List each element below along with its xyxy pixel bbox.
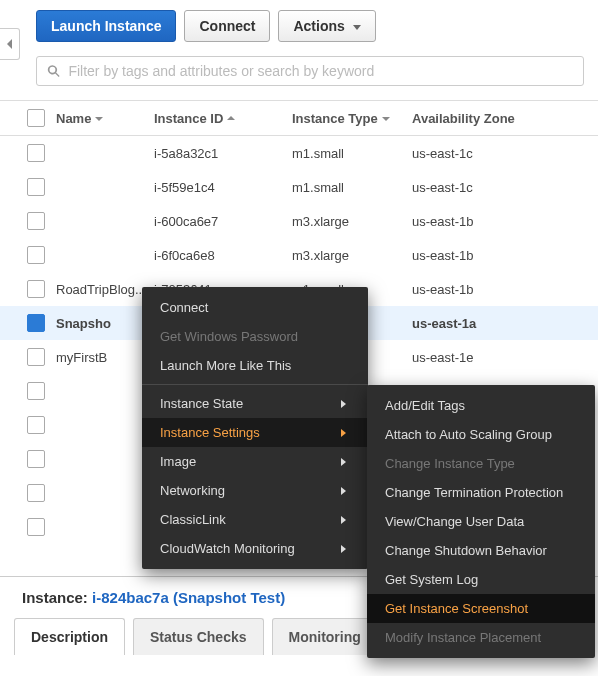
col-instance-id[interactable]: Instance ID [154, 111, 292, 126]
cell-instance-type: m1.small [292, 180, 412, 195]
select-all-checkbox[interactable] [27, 109, 45, 127]
chevron-right-icon [341, 487, 346, 495]
cell-name: RoadTripBlog... [56, 282, 154, 297]
cell-availability-zone: us-east-1c [412, 180, 542, 195]
collapse-sidebar-handle[interactable] [0, 28, 20, 60]
table-row[interactable]: i-6f0ca6e8m3.xlargeus-east-1b [0, 238, 598, 272]
cell-instance-type: m3.xlarge [292, 214, 412, 229]
instance-settings-submenu: Add/Edit Tags Attach to Auto Scaling Gro… [367, 385, 595, 658]
row-checkbox[interactable] [27, 144, 45, 162]
row-checkbox[interactable] [27, 382, 45, 400]
submenu-termination-protection[interactable]: Change Termination Protection [367, 478, 595, 507]
row-checkbox[interactable] [27, 484, 45, 502]
cell-availability-zone: us-east-1b [412, 282, 542, 297]
submenu-modify-placement: Modify Instance Placement [367, 623, 595, 652]
cell-availability-zone: us-east-1a [412, 316, 542, 331]
detail-instance-link[interactable]: i-824bac7a (Snapshot Test) [92, 589, 285, 606]
cell-instance-type: m3.xlarge [292, 248, 412, 263]
row-checkbox[interactable] [27, 416, 45, 434]
tab-monitoring[interactable]: Monitoring [272, 618, 378, 655]
cell-instance-id: i-5f59e1c4 [154, 180, 292, 195]
menu-instance-settings[interactable]: Instance Settings [142, 418, 368, 447]
table-row[interactable]: i-5f59e1c4m1.smallus-east-1c [0, 170, 598, 204]
cell-availability-zone: us-east-1c [412, 146, 542, 161]
menu-instance-state[interactable]: Instance State [142, 389, 368, 418]
chevron-right-icon [341, 429, 346, 437]
menu-cloudwatch[interactable]: CloudWatch Monitoring [142, 534, 368, 563]
submenu-user-data[interactable]: View/Change User Data [367, 507, 595, 536]
context-menu: Connect Get Windows Password Launch More… [142, 287, 368, 569]
toolbar: Launch Instance Connect Actions [0, 0, 598, 52]
launch-instance-button[interactable]: Launch Instance [36, 10, 176, 42]
cell-availability-zone: us-east-1b [412, 248, 542, 263]
tab-description[interactable]: Description [14, 618, 125, 655]
chevron-right-icon [341, 400, 346, 408]
menu-get-windows-password: Get Windows Password [142, 322, 368, 351]
table-header: Name Instance ID Instance Type Availabil… [0, 101, 598, 136]
menu-networking[interactable]: Networking [142, 476, 368, 505]
cell-availability-zone: us-east-1b [412, 214, 542, 229]
row-checkbox[interactable] [27, 280, 45, 298]
cell-instance-id: i-5a8a32c1 [154, 146, 292, 161]
tab-status-checks[interactable]: Status Checks [133, 618, 263, 655]
chevron-right-icon [341, 545, 346, 553]
cell-name: myFirstB [56, 350, 154, 365]
menu-image[interactable]: Image [142, 447, 368, 476]
row-checkbox[interactable] [27, 178, 45, 196]
row-checkbox[interactable] [27, 450, 45, 468]
row-checkbox[interactable] [27, 518, 45, 536]
chevron-right-icon [341, 458, 346, 466]
cell-instance-id: i-6f0ca6e8 [154, 248, 292, 263]
row-checkbox[interactable] [27, 246, 45, 264]
actions-label: Actions [293, 18, 344, 34]
chevron-down-icon [353, 25, 361, 30]
cell-name: Snapsho [56, 316, 154, 331]
submenu-attach-asg[interactable]: Attach to Auto Scaling Group [367, 420, 595, 449]
menu-launch-more[interactable]: Launch More Like This [142, 351, 368, 380]
row-checkbox[interactable] [27, 348, 45, 366]
search-input[interactable] [68, 63, 573, 79]
col-instance-type[interactable]: Instance Type [292, 111, 412, 126]
chevron-right-icon [341, 516, 346, 524]
row-checkbox[interactable] [27, 212, 45, 230]
cell-availability-zone: us-east-1e [412, 350, 542, 365]
row-checkbox[interactable] [27, 314, 45, 332]
menu-connect[interactable]: Connect [142, 293, 368, 322]
submenu-get-system-log[interactable]: Get System Log [367, 565, 595, 594]
col-name[interactable]: Name [56, 111, 154, 126]
connect-button[interactable]: Connect [184, 10, 270, 42]
detail-label: Instance: [22, 589, 88, 606]
menu-classiclink[interactable]: ClassicLink [142, 505, 368, 534]
menu-separator [142, 384, 368, 385]
table-row[interactable]: i-600ca6e7m3.xlargeus-east-1b [0, 204, 598, 238]
submenu-shutdown-behavior[interactable]: Change Shutdown Behavior [367, 536, 595, 565]
col-availability-zone[interactable]: Availability Zone [412, 111, 542, 126]
cell-instance-type: m1.small [292, 146, 412, 161]
submenu-add-edit-tags[interactable]: Add/Edit Tags [367, 391, 595, 420]
search-icon [47, 64, 60, 78]
submenu-get-instance-screenshot[interactable]: Get Instance Screenshot [367, 594, 595, 623]
cell-instance-id: i-600ca6e7 [154, 214, 292, 229]
actions-button[interactable]: Actions [278, 10, 375, 42]
table-row[interactable]: i-5a8a32c1m1.smallus-east-1c [0, 136, 598, 170]
search-bar[interactable] [36, 56, 584, 86]
submenu-change-instance-type: Change Instance Type [367, 449, 595, 478]
